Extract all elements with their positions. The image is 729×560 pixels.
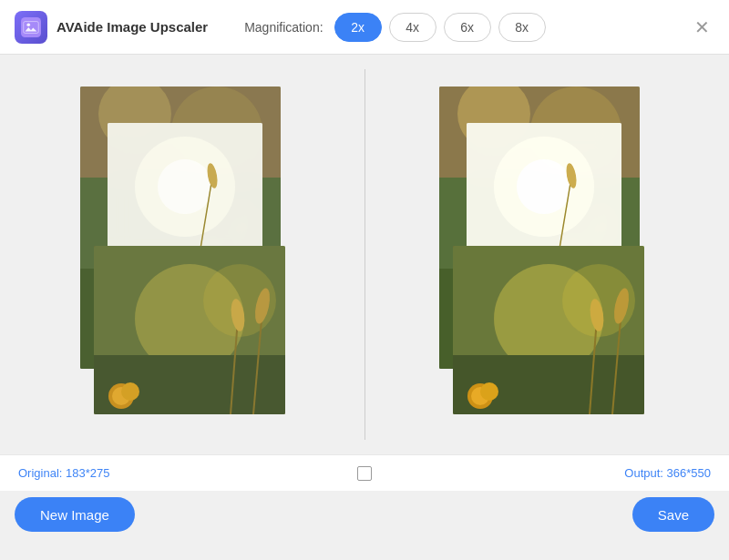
original-image-stack [80, 87, 290, 423]
magnification-buttons: 2x 4x 6x 8x [334, 13, 546, 42]
app-title: AVAide Image Upscaler [56, 19, 208, 35]
mag-btn-4x[interactable]: 4x [389, 13, 436, 42]
center-divider [355, 69, 374, 440]
original-size-label: Original: 183*275 [18, 466, 109, 480]
output-image-panel [374, 69, 714, 440]
original-image-panel [15, 69, 355, 440]
svg-point-1 [26, 23, 30, 26]
new-image-button[interactable]: New Image [15, 497, 135, 532]
output-front-photo [453, 246, 644, 414]
bottom-bar: New Image Save [0, 491, 729, 538]
mag-btn-6x[interactable]: 6x [444, 13, 491, 42]
svg-point-29 [121, 382, 139, 401]
original-front-photo [94, 246, 285, 414]
svg-point-56 [480, 382, 498, 401]
output-image-stack [439, 87, 649, 423]
save-button[interactable]: Save [632, 497, 714, 532]
mag-btn-8x[interactable]: 8x [498, 13, 546, 42]
original-overlay-card [108, 123, 262, 260]
svg-point-16 [158, 159, 212, 214]
titlebar: AVAide Image Upscaler Magnification: 2x … [0, 0, 729, 55]
svg-point-43 [517, 159, 571, 214]
compare-icon [357, 466, 372, 481]
compare-icon-container[interactable] [357, 466, 372, 481]
close-button[interactable]: ✕ [689, 15, 714, 40]
status-bar: Original: 183*275 Output: 366*550 [0, 454, 729, 491]
output-size-label: Output: 366*550 [624, 466, 711, 480]
app-icon [15, 11, 47, 44]
mag-btn-2x[interactable]: 2x [334, 13, 382, 42]
output-overlay-card [467, 123, 621, 260]
main-area [0, 55, 729, 454]
magnification-label: Magnification: [244, 20, 323, 35]
svg-rect-0 [21, 17, 41, 37]
